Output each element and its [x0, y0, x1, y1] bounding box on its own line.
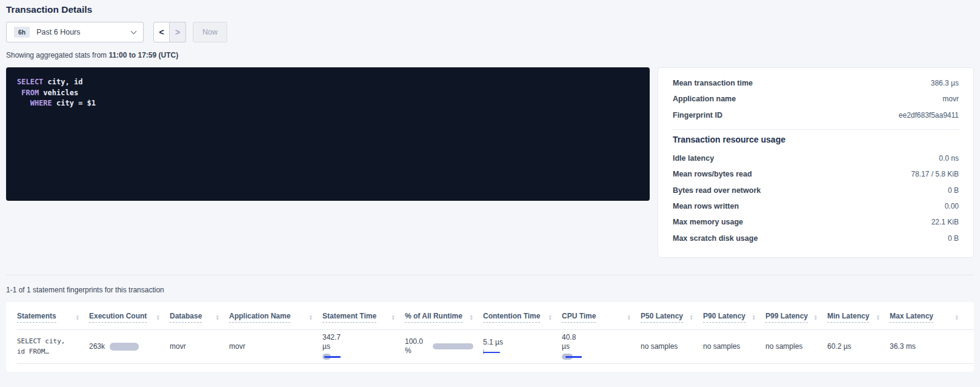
sort-icon[interactable]: ▲▼: [814, 314, 818, 320]
summary-value: 22.1 KiB: [932, 218, 959, 226]
time-range-label: Past 6 Hours: [36, 28, 80, 36]
contention-time-bar: [483, 349, 502, 355]
column-header-p50-latency[interactable]: P50 Latency▲▼: [641, 312, 703, 323]
summary-label: Idle latency: [673, 154, 714, 163]
cell-p99-latency: no samples: [765, 342, 827, 351]
sort-icon[interactable]: ▲▼: [76, 314, 79, 320]
statements-table: Statements▲▼ Execution Count▲▼ Database▲…: [6, 302, 974, 372]
fingerprints-count-line: 1-1 of 1 statement fingerprints for this…: [6, 286, 974, 294]
column-header-contention-time[interactable]: Contention Time▲▼: [483, 312, 562, 323]
summary-value: 386.3 µs: [931, 79, 959, 87]
column-header-pct-of-all-runtime[interactable]: % of All Runtime▲▼: [405, 312, 483, 323]
time-controls: 6h Past 6 Hours < > Now: [6, 22, 974, 42]
cell-pct-of-all-runtime: 100.0 %: [405, 337, 483, 355]
summary-row-mean-transaction-time: Mean transaction time 386.3 µs: [673, 75, 959, 91]
summary-label: Max scratch disk usage: [673, 234, 758, 243]
summary-label: Mean rows written: [673, 202, 739, 210]
section-divider: [6, 275, 974, 275]
execution-count-bar: [110, 343, 139, 351]
sort-icon[interactable]: ▲▼: [627, 314, 631, 320]
summary-label: Application name: [673, 95, 736, 103]
statement-time-value: 342.7 µs: [322, 333, 348, 351]
sort-icon[interactable]: ▲▼: [955, 314, 959, 320]
statement-time-bar: [322, 354, 342, 360]
summary-label: Bytes read over network: [673, 186, 761, 195]
sql-line: SELECT city, id: [17, 77, 639, 88]
sort-icon[interactable]: ▲▼: [392, 314, 395, 320]
column-header-database[interactable]: Database▲▼: [170, 312, 229, 323]
sort-icon[interactable]: ▲▼: [470, 314, 473, 320]
sort-icon[interactable]: ▲▼: [690, 314, 693, 320]
column-header-execution-count[interactable]: Execution Count▲▼: [89, 312, 170, 323]
summary-value: 78.17 / 5.8 KiB: [911, 170, 959, 178]
cell-p50-latency: no samples: [641, 342, 703, 351]
summary-label: Max memory usage: [673, 218, 743, 226]
time-range-dropdown[interactable]: 6h Past 6 Hours: [6, 22, 144, 42]
summary-value: 0 B: [948, 234, 959, 243]
summary-label: Mean rows/bytes read: [673, 170, 752, 178]
sort-icon[interactable]: ▲▼: [309, 314, 313, 320]
time-range-badge: 6h: [14, 27, 30, 38]
summary-value: ee2df683f5aa9411: [899, 111, 959, 119]
summary-row-max-scratch-disk-usage: Max scratch disk usage 0 B: [673, 230, 959, 246]
summary-row-application-name: Application name movr: [673, 91, 959, 107]
transaction-summary-panel: Mean transaction time 386.3 µs Applicati…: [658, 67, 974, 258]
sql-text: vehicles: [39, 89, 78, 97]
column-header-p99-latency[interactable]: P99 Latency▲▼: [765, 312, 827, 323]
table-row: SELECT city,id FROM… 263k movr movr 342.…: [17, 329, 974, 364]
sort-icon[interactable]: ▲▼: [216, 314, 219, 320]
next-time-button[interactable]: >: [170, 22, 186, 42]
sql-keyword: SELECT: [17, 78, 43, 86]
column-header-min-latency[interactable]: Min Latency▲▼: [827, 312, 890, 323]
column-header-cpu-time[interactable]: CPU Time▲▼: [562, 312, 641, 323]
sort-icon[interactable]: ▲▼: [156, 314, 160, 320]
cpu-time-bar: [562, 354, 581, 360]
summary-row-mean-rows-bytes-read: Mean rows/bytes read 78.17 / 5.8 KiB: [673, 166, 959, 182]
summary-value: 0.0 ns: [939, 154, 959, 163]
cell-statements[interactable]: SELECT city,id FROM…: [17, 336, 89, 357]
pct-runtime-bar: [433, 343, 473, 349]
summary-row-idle-latency: Idle latency 0.0 ns: [673, 150, 959, 166]
cell-cpu-time: 40.8 µs: [562, 333, 641, 360]
summary-label: Mean transaction time: [673, 79, 753, 87]
summary-row-bytes-read-over-network: Bytes read over network 0 B: [673, 182, 959, 198]
contention-time-value: 5.1 µs: [483, 338, 519, 347]
column-header-max-latency[interactable]: Max Latency▲▼: [890, 312, 968, 323]
cell-min-latency: 60.2 µs: [827, 342, 890, 351]
column-header-p90-latency[interactable]: P90 Latency▲▼: [703, 312, 765, 323]
sql-text: city = $1: [52, 99, 96, 107]
sql-keyword: FROM: [21, 89, 39, 97]
column-header-statements[interactable]: Statements▲▼: [17, 312, 89, 323]
prev-time-button[interactable]: <: [153, 22, 170, 42]
cpu-time-value: 40.8 µs: [562, 333, 585, 351]
sql-statement-box: SELECT city, id FROM vehicles WHERE city…: [6, 67, 650, 201]
summary-value: movr: [942, 95, 959, 103]
column-header-application-name[interactable]: Application Name▲▼: [229, 312, 322, 323]
sort-icon[interactable]: ▲▼: [752, 314, 756, 320]
stats-range: 11:00 to 17:59 (UTC): [108, 51, 178, 59]
resource-usage-heading: Transaction resource usage: [673, 135, 959, 144]
cell-contention-time: 5.1 µs: [483, 338, 562, 355]
transaction-details-page: Transaction Details 6h Past 6 Hours < > …: [0, 0, 980, 372]
cell-max-latency: 36.3 ms: [890, 342, 968, 351]
cell-statement-time: 342.7 µs: [322, 333, 405, 360]
now-button[interactable]: Now: [193, 22, 227, 42]
aggregated-stats-line: Showing aggregated stats from 11:00 to 1…: [6, 51, 974, 59]
sort-icon[interactable]: ▲▼: [548, 314, 552, 320]
summary-divider: [673, 129, 959, 130]
execution-count-value: 263k: [89, 342, 105, 351]
summary-row-max-memory-usage: Max memory usage 22.1 KiB: [673, 214, 959, 230]
sort-icon[interactable]: ▲▼: [876, 314, 880, 320]
page-title: Transaction Details: [6, 0, 974, 15]
column-header-statement-time[interactable]: Statement Time▲▼: [322, 312, 405, 323]
sql-text: city, id: [43, 78, 82, 86]
main-content: SELECT city, id FROM vehicles WHERE city…: [6, 67, 974, 258]
pct-runtime-value: 100.0 %: [405, 337, 427, 355]
statement-link[interactable]: SELECT city,id FROM…: [17, 336, 79, 357]
summary-label: Fingerprint ID: [673, 111, 722, 119]
cell-p90-latency: no samples: [703, 342, 765, 351]
summary-row-fingerprint-id: Fingerprint ID ee2df683f5aa9411: [673, 107, 959, 123]
time-pager: < >: [153, 22, 186, 42]
summary-row-mean-rows-written: Mean rows written 0.00: [673, 198, 959, 214]
cell-database: movr: [170, 342, 229, 351]
